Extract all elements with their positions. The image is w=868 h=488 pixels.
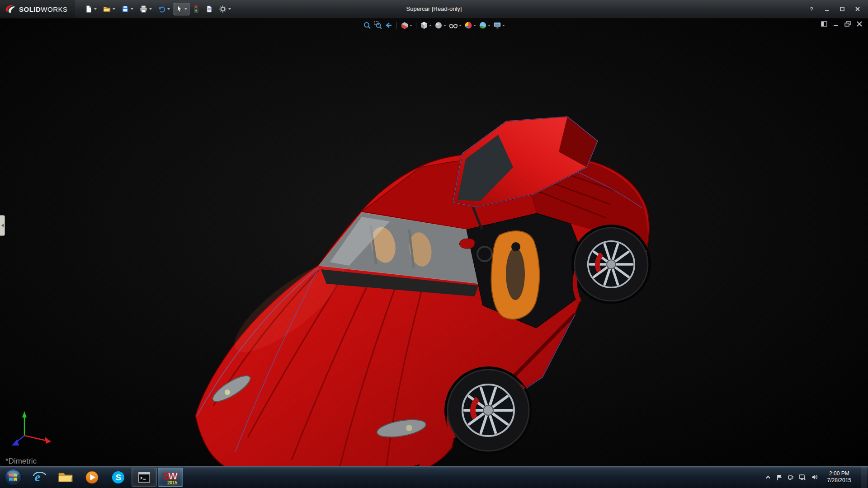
apply-scene-icon — [479, 21, 487, 29]
split-pane-button[interactable] — [821, 21, 827, 27]
taskbar-item-skype[interactable]: S — [105, 468, 131, 487]
print-button[interactable] — [137, 3, 154, 15]
chevron-down-icon[interactable] — [488, 25, 491, 26]
collapse-arrow-icon — [1, 224, 4, 227]
rebuild-traffic-icon — [193, 5, 199, 13]
solidworks-2015-icon: S W 2015 — [162, 469, 179, 485]
chevron-down-icon[interactable] — [167, 8, 170, 10]
command-prompt-icon — [137, 471, 151, 483]
feature-panel-collapse-tab[interactable] — [0, 215, 5, 236]
apply-scene-button[interactable] — [478, 21, 491, 30]
chevron-down-icon[interactable] — [502, 25, 505, 26]
media-player-icon — [85, 470, 99, 484]
reference-triad — [7, 408, 57, 455]
toolbar-separator — [396, 22, 397, 29]
windows-taskbar: e S — [0, 466, 868, 488]
skype-icon: S — [111, 470, 125, 484]
new-document-icon — [85, 5, 93, 13]
chevron-down-icon[interactable] — [443, 25, 446, 26]
folder-icon — [58, 471, 73, 483]
svg-text:2015: 2015 — [167, 480, 178, 485]
file-properties-icon — [205, 5, 213, 13]
clock-time: 2:00 PM — [827, 470, 851, 477]
view-orientation-label: *Dimetric — [5, 457, 37, 466]
view-orientation-cube-icon — [420, 21, 428, 29]
taskbar-item-windows-explorer[interactable] — [53, 468, 78, 487]
show-hidden-icons-button[interactable] — [765, 474, 771, 480]
network-icon[interactable] — [799, 474, 806, 480]
rear-wheel[interactable] — [575, 228, 648, 301]
file-properties-button[interactable] — [203, 3, 215, 15]
doc-close-button[interactable] — [856, 21, 863, 27]
help-button[interactable]: ? — [807, 5, 816, 13]
window-title: Supercar [Read-only] — [406, 0, 462, 18]
chevron-down-icon[interactable] — [149, 8, 152, 10]
save-button[interactable] — [119, 3, 136, 15]
show-desktop-button[interactable] — [861, 466, 867, 488]
options-button[interactable] — [217, 3, 233, 15]
rebuild-button[interactable] — [191, 3, 202, 15]
side-mirror[interactable] — [459, 239, 475, 249]
chevron-down-icon[interactable] — [228, 8, 231, 10]
zoom-to-fit-icon — [363, 21, 371, 29]
zoom-to-area-button[interactable] — [373, 21, 383, 30]
view-orientation-button[interactable] — [419, 21, 433, 30]
viewport-3d[interactable]: *Dimetric — [0, 18, 868, 466]
headsup-view-toolbar — [362, 21, 506, 30]
triad-x-axis — [24, 436, 51, 444]
window-controls: ? — [807, 5, 868, 13]
start-button[interactable] — [0, 466, 26, 488]
seat-harness-hole — [511, 242, 520, 251]
maximize-button[interactable] — [838, 5, 846, 13]
undo-button[interactable] — [156, 3, 172, 15]
display-style-icon — [434, 21, 443, 29]
save-floppy-icon — [121, 5, 129, 13]
view-settings-button[interactable] — [492, 21, 506, 30]
undo-arrow-icon — [158, 5, 166, 13]
taskbar-item-internet-explorer[interactable]: e — [27, 468, 52, 487]
select-tool-button[interactable] — [174, 3, 189, 15]
model-scene[interactable] — [0, 18, 868, 466]
hardware-icon[interactable] — [788, 474, 794, 480]
edit-appearance-button[interactable] — [463, 21, 477, 30]
new-document-button[interactable] — [82, 3, 99, 15]
previous-view-icon — [385, 21, 393, 29]
action-center-flag-icon[interactable] — [776, 474, 783, 481]
chevron-down-icon[interactable] — [473, 25, 476, 26]
close-button[interactable] — [854, 5, 862, 13]
taskbar-item-command-prompt[interactable] — [132, 468, 157, 487]
doc-restore-button[interactable] — [844, 21, 851, 27]
taskbar-item-solidworks-2015[interactable]: S W 2015 — [158, 468, 183, 487]
open-folder-icon — [103, 5, 111, 13]
chevron-down-icon[interactable] — [131, 8, 133, 10]
standard-toolbar — [82, 3, 233, 15]
open-button[interactable] — [100, 3, 118, 15]
triad-y-axis — [22, 411, 27, 436]
minimize-button[interactable] — [823, 5, 831, 13]
solidworks-logo-icon — [5, 4, 16, 14]
taskbar-item-media-player[interactable] — [79, 468, 104, 487]
chevron-down-icon[interactable] — [184, 8, 187, 10]
chevron-down-icon[interactable] — [429, 25, 432, 26]
volume-icon[interactable] — [811, 474, 818, 480]
section-view-button[interactable] — [400, 21, 413, 30]
doc-minimize-button[interactable] — [833, 21, 839, 27]
chevron-down-icon[interactable] — [459, 25, 462, 26]
toolbar-separator — [416, 22, 416, 29]
windows-start-orb-icon — [4, 468, 22, 486]
options-gear-icon — [219, 5, 227, 13]
display-style-button[interactable] — [434, 21, 447, 30]
chevron-down-icon[interactable] — [410, 25, 412, 26]
hide-show-items-button[interactable] — [448, 21, 462, 30]
system-tray: 2:00 PM 7/28/2015 — [765, 466, 868, 488]
zoom-to-fit-button[interactable] — [362, 21, 372, 30]
clock-date: 7/28/2015 — [827, 477, 851, 484]
document-window-controls — [821, 21, 863, 27]
solidworks-logo: SOLIDWORKS — [0, 0, 75, 18]
taskbar-clock[interactable]: 2:00 PM 7/28/2015 — [823, 470, 856, 484]
chevron-down-icon[interactable] — [113, 8, 115, 10]
front-wheel[interactable] — [448, 370, 529, 451]
view-settings-icon — [493, 21, 501, 29]
previous-view-button[interactable] — [384, 21, 394, 30]
chevron-down-icon[interactable] — [94, 8, 97, 10]
